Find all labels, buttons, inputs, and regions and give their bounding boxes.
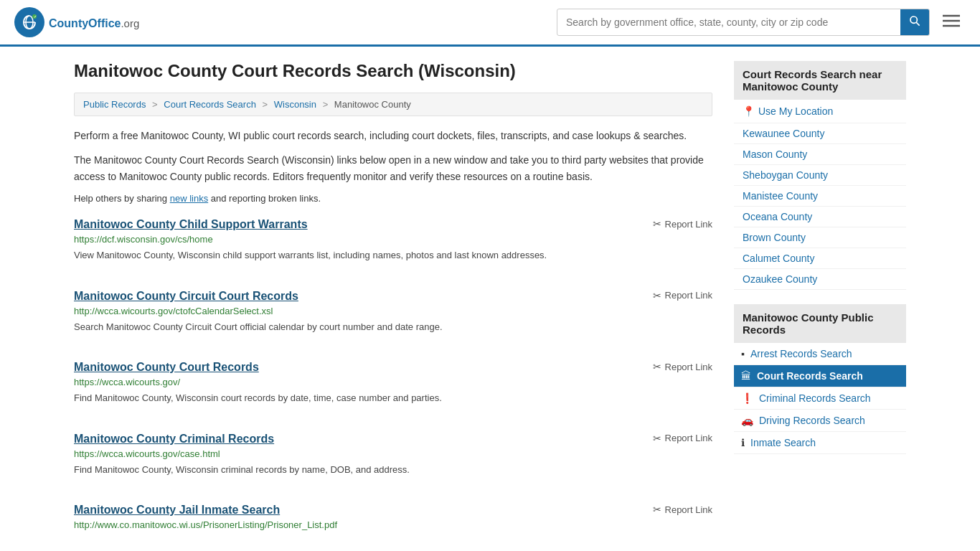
report-link[interactable]: ✂ Report Link — [653, 361, 712, 372]
report-link-label: Report Link — [665, 504, 712, 515]
report-link-label: Report Link — [665, 433, 712, 443]
pub-record-link[interactable]: Inmate Search — [750, 437, 816, 448]
sidebar: Court Records Search near Manitowoc Coun… — [734, 61, 906, 551]
svg-point-5 — [910, 17, 917, 23]
result-description: View Manitowoc County, Wisconsin child s… — [74, 248, 712, 263]
pub-record-item: 🚗 Driving Records Search — [734, 410, 906, 432]
county-link[interactable]: Kewaunee County — [743, 128, 824, 139]
public-records-heading: Manitowoc County Public Records — [734, 304, 906, 343]
result-item: Manitowoc County Jail Inmate Search ✂ Re… — [74, 504, 712, 541]
result-url: http://wcca.wicourts.gov/ctofcCalendarSe… — [74, 306, 712, 316]
public-records-box: Manitowoc County Public Records ▪ Arrest… — [734, 304, 906, 454]
search-input[interactable] — [557, 11, 900, 34]
rec-icon: 🚗 — [741, 415, 753, 426]
sidebar-county-item: Brown County — [734, 227, 906, 248]
result-title-link[interactable]: Manitowoc County Criminal Records — [74, 433, 274, 446]
new-links-link[interactable]: new links — [170, 193, 208, 204]
county-link[interactable]: Sheboygan County — [743, 169, 828, 181]
sidebar-county-item: Sheboygan County — [734, 165, 906, 186]
sidebar-county-item: Ozaukee County — [734, 269, 906, 290]
report-icon: ✂ — [653, 433, 661, 444]
county-link[interactable]: Mason County — [743, 149, 807, 160]
result-title-row: Manitowoc County Jail Inmate Search ✂ Re… — [74, 504, 712, 517]
sidebar-county-item: Kewaunee County — [734, 123, 906, 144]
logo-text: CountyOffice.org — [49, 14, 139, 31]
result-title-link[interactable]: Manitowoc County Circuit Court Records — [74, 290, 298, 303]
result-title-row: Manitowoc County Criminal Records ✂ Repo… — [74, 433, 712, 446]
county-link[interactable]: Ozaukee County — [743, 273, 817, 285]
rec-icon: ❗ — [741, 392, 753, 404]
rec-icon: ℹ — [741, 437, 745, 448]
nearby-heading: Court Records Search near Manitowoc Coun… — [734, 61, 906, 100]
svg-line-6 — [916, 22, 920, 26]
header-controls — [557, 9, 966, 36]
results-container: Manitowoc County Child Support Warrants … — [74, 218, 712, 541]
description-para2: The Manitowoc County Court Records Searc… — [74, 152, 712, 184]
county-link[interactable]: Brown County — [743, 232, 806, 243]
pub-record-item: ❗ Criminal Records Search — [734, 387, 906, 410]
report-link[interactable]: ✂ Report Link — [653, 218, 712, 230]
search-bar — [557, 9, 930, 36]
result-title-row: Manitowoc County Child Support Warrants … — [74, 218, 712, 231]
result-item: Manitowoc County Child Support Warrants … — [74, 218, 712, 270]
logo-area: ✓ CountyOffice.org — [14, 7, 139, 37]
report-link-label: Report Link — [665, 290, 712, 301]
sidebar-county-item: Mason County — [734, 144, 906, 165]
result-item: Manitowoc County Criminal Records ✂ Repo… — [74, 433, 712, 484]
use-location: 📍 Use My Location — [734, 100, 906, 123]
report-link[interactable]: ✂ Report Link — [653, 290, 712, 301]
result-url: https://dcf.wisconsin.gov/cs/home — [74, 234, 712, 245]
nearby-list: Kewaunee CountyMason CountySheboygan Cou… — [734, 123, 906, 290]
sidebar-county-item: Calumet County — [734, 248, 906, 269]
report-link[interactable]: ✂ Report Link — [653, 433, 712, 444]
result-title-row: Manitowoc County Circuit Court Records ✂… — [74, 290, 712, 303]
result-description: Search Manitowoc County Circuit Court of… — [74, 320, 712, 334]
result-title-row: Manitowoc County Court Records ✂ Report … — [74, 361, 712, 374]
location-icon: 📍 — [743, 105, 755, 117]
result-description: Find Manitowoc County, Wisconsin crimina… — [74, 463, 712, 477]
pub-record-link[interactable]: Court Records Search — [757, 370, 863, 382]
report-icon: ✂ — [653, 361, 661, 372]
result-title-link[interactable]: Manitowoc County Jail Inmate Search — [74, 504, 280, 517]
pub-record-item: ℹ Inmate Search — [734, 432, 906, 454]
pub-record-link[interactable]: Criminal Records Search — [759, 392, 871, 404]
report-link-label: Report Link — [665, 219, 712, 230]
svg-text:✓: ✓ — [34, 14, 37, 19]
rec-icon: ▪ — [741, 348, 745, 359]
site-header: ✓ CountyOffice.org — [0, 0, 980, 47]
result-url: https://wcca.wicourts.gov/case.html — [74, 448, 712, 459]
report-icon: ✂ — [653, 290, 661, 301]
help-text: Help others by sharing new links and rep… — [74, 193, 712, 204]
result-description: Find Manitowoc County, Wisconsin court r… — [74, 391, 712, 405]
search-button[interactable] — [900, 9, 929, 35]
report-icon: ✂ — [653, 218, 661, 230]
county-link[interactable]: Oceana County — [743, 211, 812, 222]
breadcrumb-wisconsin[interactable]: Wisconsin — [274, 99, 316, 110]
logo-icon: ✓ — [14, 7, 44, 37]
result-title-link[interactable]: Manitowoc County Court Records — [74, 361, 259, 374]
county-link[interactable]: Calumet County — [743, 253, 814, 264]
breadcrumb-public-records[interactable]: Public Records — [83, 99, 146, 110]
pub-record-link[interactable]: Driving Records Search — [759, 415, 865, 426]
pub-record-item: ▪ Arrest Records Search — [734, 343, 906, 365]
pub-record-link[interactable]: Arrest Records Search — [750, 348, 852, 359]
result-url: https://wcca.wicourts.gov/ — [74, 377, 712, 387]
result-title-link[interactable]: Manitowoc County Child Support Warrants — [74, 218, 308, 231]
hamburger-button[interactable] — [937, 10, 966, 34]
nearby-box: Court Records Search near Manitowoc Coun… — [734, 61, 906, 290]
pub-record-item: 🏛 Court Records Search — [734, 365, 906, 387]
report-link-label: Report Link — [665, 362, 712, 372]
county-link[interactable]: Manistee County — [743, 190, 818, 202]
description-para1: Perform a free Manitowoc County, WI publ… — [74, 128, 712, 143]
breadcrumb: Public Records > Court Records Search > … — [74, 93, 712, 116]
breadcrumb-court-records[interactable]: Court Records Search — [164, 99, 256, 110]
page-container: Manitowoc County Court Records Search (W… — [60, 47, 920, 551]
use-my-location-link[interactable]: Use My Location — [758, 105, 833, 117]
report-link[interactable]: ✂ Report Link — [653, 504, 712, 515]
public-records-list: ▪ Arrest Records Search 🏛 Court Records … — [734, 343, 906, 454]
report-icon: ✂ — [653, 504, 661, 515]
page-title: Manitowoc County Court Records Search (W… — [74, 61, 712, 81]
result-item: Manitowoc County Circuit Court Records ✂… — [74, 290, 712, 342]
main-content: Manitowoc County Court Records Search (W… — [74, 61, 712, 551]
rec-icon: 🏛 — [741, 370, 751, 382]
